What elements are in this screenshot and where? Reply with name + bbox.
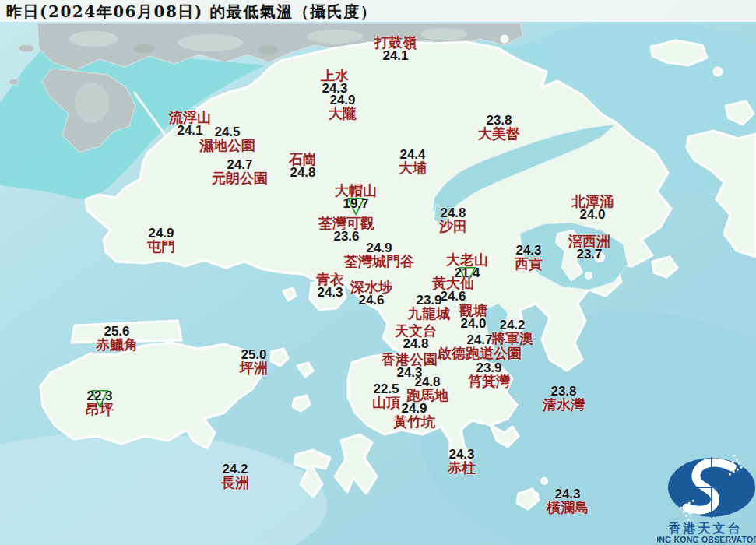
station-value: 24.9 [329, 94, 357, 107]
weather-station-30: 22.5山頂 [372, 383, 400, 410]
station-name: 坪洲 [240, 361, 268, 375]
weather-station-23: 觀塘24.0 [459, 304, 487, 330]
station-value: 24.9 [147, 227, 175, 240]
station-value: 24.1 [169, 125, 211, 137]
station-name: 橫瀾島 [547, 501, 589, 515]
weather-station-32: 23.8清水灣 [543, 385, 585, 412]
station-value: 23.8 [478, 114, 520, 127]
station-name: 上水 [321, 69, 349, 83]
station-value: 24.3 [547, 488, 589, 501]
station-value: 23.7 [568, 248, 610, 261]
station-name: 西貢 [515, 257, 543, 271]
station-value: 23.8 [543, 385, 585, 398]
station-value: 24.6 [432, 290, 474, 303]
station-name: 青衣 [316, 272, 344, 287]
station-value: 22.5 [372, 383, 400, 396]
weather-station-24: 天文台24.8 [395, 324, 437, 350]
weather-station-11: 北潭涌24.0 [571, 195, 614, 221]
station-name: 香港公園 [382, 353, 438, 367]
weather-station-3: 24.9大隴 [329, 94, 357, 121]
min-temperature-marker-icon: ▽ [458, 262, 476, 286]
weather-station-33: 25.6赤鱲角 [96, 325, 138, 352]
weather-station-12: 荃灣可觀23.6 [318, 216, 374, 243]
station-name: 大隴 [329, 107, 357, 121]
station-value: 24.7 [438, 334, 522, 346]
weather-station-7: 石崗24.8 [289, 153, 317, 179]
station-value: 24.8 [406, 376, 448, 389]
weather-station-17: 大老山▽21.4 [446, 253, 488, 280]
station-name: 濕地公園 [199, 139, 255, 153]
station-name: 昂坪 [86, 403, 114, 417]
station-value: 24.5 [199, 126, 255, 139]
station-value: 24.8 [395, 338, 437, 350]
weather-station-25: 24.2將軍澳 [491, 319, 533, 346]
weather-station-37: 24.3赤柱 [448, 448, 476, 475]
station-value: 24.1 [374, 50, 417, 62]
weather-station-31: 24.9黃竹坑 [393, 403, 435, 429]
weather-station-8: 24.7元朗公園 [212, 159, 268, 185]
station-name: 九龍城 [408, 307, 450, 321]
station-name: 石崗 [289, 153, 317, 167]
weather-station-9: 24.4大埔 [399, 149, 427, 175]
station-value: 24.3 [515, 244, 543, 257]
station-name: 黃大仙 [432, 276, 474, 290]
station-value: 24.6 [350, 294, 392, 307]
station-value: 24.0 [459, 318, 487, 330]
hko-emblem [668, 455, 755, 521]
weather-station-13: 24.8沙田 [439, 207, 467, 234]
min-temperature-marker-icon: ▽ [346, 193, 364, 216]
station-name: 打鼓嶺 [374, 36, 417, 50]
weather-station-29: 24.8跑馬地 [406, 376, 448, 403]
station-value: 24.2 [221, 463, 249, 476]
station-name: 赤鱲角 [96, 338, 138, 352]
station-value: 24.3 [448, 448, 476, 461]
station-name: 滘西洲 [568, 234, 610, 248]
station-value: ▽19.7 [335, 198, 377, 210]
station-value: 23.9 [468, 362, 510, 374]
weather-station-28: 23.9筲箕灣 [468, 362, 510, 389]
station-name: 筲箕灣 [468, 374, 510, 389]
weather-station-10: 大帽山▽19.7 [335, 184, 377, 210]
weather-station-38: 24.3橫瀾島 [547, 488, 589, 515]
hko-chinese-name: 香港天文台 [668, 521, 743, 536]
station-name: 黃竹坑 [393, 415, 435, 429]
station-value: 24.3 [321, 83, 349, 95]
weather-station-2: 上水24.3 [321, 69, 349, 95]
station-name: 大老山 [446, 253, 488, 267]
station-value: 24.9 [344, 242, 414, 255]
station-name: 流浮山 [169, 111, 211, 125]
station-name: 大帽山 [335, 184, 377, 198]
station-name: 天文台 [395, 324, 437, 338]
station-name: 沙田 [439, 220, 467, 234]
station-name: 跑馬地 [406, 389, 448, 403]
station-value: 23.9 [408, 294, 450, 307]
weather-station-1: 打鼓嶺24.1 [374, 36, 417, 62]
weather-map-page: 昨日(2024年06月08日) 的最低氣溫（攝氏度） 打鼓嶺24.1上水24.3… [0, 0, 756, 545]
weather-station-19: 青衣24.3 [316, 272, 344, 299]
station-name: 元朗公園 [212, 171, 268, 185]
station-name: 赤柱 [448, 461, 476, 475]
weather-station-16: 24.9荃灣城門谷 [344, 242, 414, 269]
weather-station-15: 滘西洲23.7 [568, 234, 610, 261]
weather-station-27: 香港公園24.3 [382, 353, 438, 379]
station-value: 24.0 [571, 209, 614, 221]
station-name: 荃灣城門谷 [344, 255, 414, 269]
weather-station-34: 25.0坪洲 [240, 349, 268, 375]
station-name: 觀塘 [459, 304, 487, 318]
station-name: 清水灣 [543, 398, 585, 412]
station-name: 深水埗 [350, 280, 392, 294]
station-value: ▽21.4 [446, 267, 488, 280]
weather-station-35: ▽22.3昂坪 [86, 390, 114, 417]
station-name: 長洲 [221, 476, 249, 490]
station-value: ▽22.3 [86, 390, 114, 403]
weather-station-21: 黃大仙24.6 [432, 276, 474, 303]
hko-logo: 香港天文台 HONG KONG OBSERVATORY [657, 433, 756, 545]
station-name: 北潭涌 [571, 195, 614, 209]
station-name: 大美督 [478, 127, 520, 141]
weather-station-36: 24.2長洲 [221, 463, 249, 490]
station-value: 24.8 [289, 167, 317, 179]
station-value: 24.3 [382, 367, 438, 379]
weather-station-4: 流浮山24.1 [169, 111, 211, 137]
station-name: 將軍澳 [491, 332, 533, 346]
station-value: 24.9 [393, 403, 435, 415]
